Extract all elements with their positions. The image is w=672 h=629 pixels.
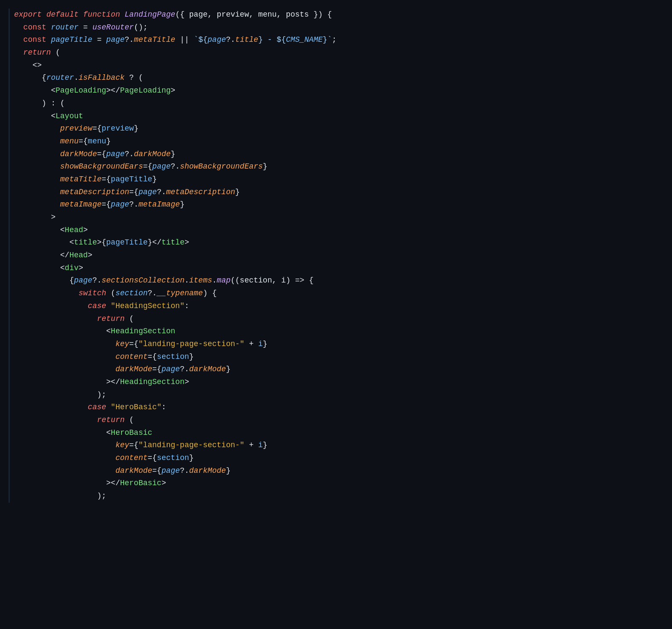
code-line-18: metaImage={page?.metaImage} [14,198,672,211]
code-line-22: </Head> [14,249,672,262]
code-line-34: case "HeroBasic": [14,401,672,414]
code-line-9: <PageLoading></PageLoading> [14,84,672,97]
code-line-36: <HeroBasic [14,427,672,440]
code-line-24: {page?.sectionsCollection.items.map((sec… [14,274,672,287]
code-line-40: ></HeroBasic> [14,477,672,490]
code-line-21: <title>{pageTitle}</title> [14,236,672,249]
code-line-37: key={"landing-page-section-" + i} [14,439,672,452]
code-line-17: metaDescription={page?.metaDescription} [14,186,672,199]
code-line-28: <HeadingSection [14,325,672,338]
code-line-15: showBackgroundEars={page?.showBackground… [14,160,672,173]
code-line-23: <div> [14,262,672,275]
code-line-39: darkMode={page?.darkMode} [14,465,672,478]
code-line-19: > [14,211,672,224]
code-line-10: ) : ( [14,97,672,110]
code-line-7: <> [14,59,672,72]
code-line-25: switch (section?.__typename) { [14,287,672,300]
code-line-32: ></HeadingSection> [14,376,672,389]
code-line-35: return ( [14,414,672,427]
code-line-38: content={section} [14,452,672,465]
code-line-1: export default function LandingPage({ pa… [14,9,672,21]
code-line-4: const pageTitle = page?.metaTitle || `${… [14,34,672,47]
code-line-6: return ( [14,47,672,59]
code-line-26: case "HeadingSection": [14,300,672,313]
code-line-14: darkMode={page?.darkMode} [14,148,672,161]
code-line-41: ); [14,490,672,503]
code-line-16: metaTitle={pageTitle} [14,173,672,186]
code-line-30: content={section} [14,351,672,364]
code-line-27: return ( [14,313,672,326]
code-line-33: ); [14,389,672,402]
code-line-20: <Head> [14,224,672,237]
code-line-31: darkMode={page?.darkMode} [14,363,672,376]
code-line-12: preview={preview} [14,122,672,135]
code-line-8: {router.isFallback ? ( [14,72,672,84]
code-editor: export default function LandingPage({ pa… [9,9,672,503]
code-line-2: const router = useRouter(); [14,21,672,34]
code-line-29: key={"landing-page-section-" + i} [14,338,672,351]
code-line-13: menu={menu} [14,135,672,148]
code-line-11: <Layout [14,110,672,123]
